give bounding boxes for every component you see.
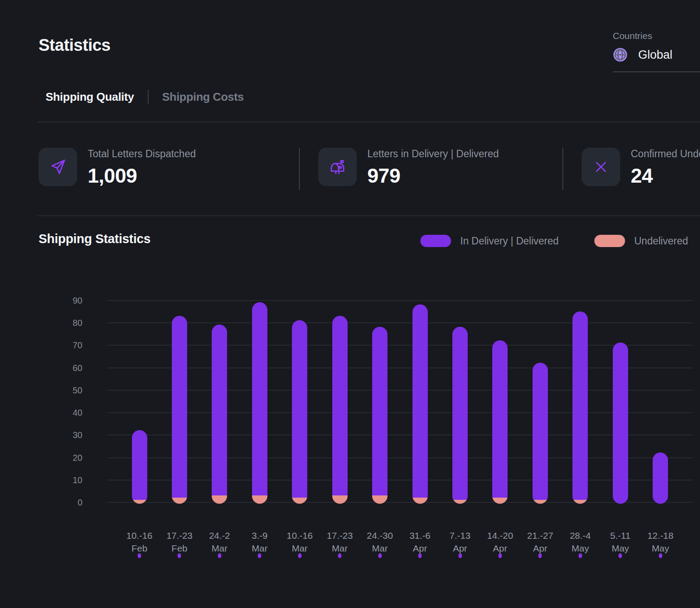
x-axis-label: 10.-16Mar xyxy=(280,529,320,555)
x-axis-label: 7.-13Apr xyxy=(440,529,480,555)
week-dot xyxy=(498,553,502,558)
week-dot xyxy=(618,553,622,558)
week-dot xyxy=(538,553,542,558)
bar-delivered-segment xyxy=(492,340,508,498)
bar-delivered-segment xyxy=(613,343,628,504)
y-axis-tick-label: 0 xyxy=(39,497,82,508)
y-axis-tick-label: 10 xyxy=(39,475,82,485)
x-axis-label: 17.-23Mar xyxy=(320,529,360,555)
x-axis-label: 3.-9Mar xyxy=(239,529,280,555)
bar-10.-16-Mar[interactable] xyxy=(292,320,307,504)
gridline xyxy=(107,435,693,435)
legend-label: In Delivery | Delivered xyxy=(460,235,559,247)
stat-label: Total Letters Dispatched xyxy=(88,148,196,160)
bar-10.-16-Feb[interactable] xyxy=(132,430,147,504)
bar-delivered-segment xyxy=(212,325,227,495)
globe-icon xyxy=(613,47,628,62)
bar-12.-18-May[interactable] xyxy=(653,452,668,504)
legend-swatch-delivered xyxy=(420,235,451,247)
bar-7.-13-Apr[interactable] xyxy=(452,327,468,504)
x-axis-label: 21.-27Apr xyxy=(520,529,560,555)
x-axis-label: 17.-23Feb xyxy=(159,529,199,555)
bar-5.-11-May[interactable] xyxy=(613,343,628,504)
tab-shipping-quality[interactable]: Shipping Quality xyxy=(46,90,134,104)
bar-31.-6-Apr[interactable] xyxy=(412,304,428,504)
week-dot xyxy=(418,553,422,558)
gridline xyxy=(107,300,693,301)
legend-item-undelivered[interactable]: Undelivered xyxy=(594,235,688,247)
stat-value: 1,009 xyxy=(88,164,196,187)
tab-separator xyxy=(148,90,149,104)
x-axis-label: 24.-2Mar xyxy=(199,529,240,555)
card-separator xyxy=(299,148,300,190)
page-title: Statistics xyxy=(39,36,110,55)
x-axis-label: 24.-30Mar xyxy=(360,529,400,555)
y-axis-tick-label: 60 xyxy=(39,363,82,373)
shipping-statistics-chart: 010203040506070809010.-16Feb17.-23Feb24.… xyxy=(0,280,700,587)
countries-underline xyxy=(613,71,700,72)
gridline xyxy=(107,368,693,368)
tab-bar: Shipping Quality Shipping Costs xyxy=(46,90,244,104)
legend-swatch-undelivered xyxy=(594,235,625,247)
bar-24.-30-Mar[interactable] xyxy=(372,327,387,504)
y-axis-tick-label: 80 xyxy=(39,318,82,328)
bar-delivered-segment xyxy=(132,430,147,500)
x-axis-label: 31.-6Apr xyxy=(400,529,440,555)
card-separator xyxy=(562,148,563,190)
countries-value: Global xyxy=(638,48,672,62)
y-axis-tick-label: 40 xyxy=(39,407,82,418)
bar-17.-23-Mar[interactable] xyxy=(332,316,348,504)
statistics-page: Statistics Countries Global Shipping Qua… xyxy=(0,0,700,608)
bar-28.-4-May[interactable] xyxy=(572,311,588,504)
x-axis-label: 5.-11May xyxy=(600,529,640,555)
bar-24.-2-Mar[interactable] xyxy=(212,325,227,504)
stat-label: Letters in Delivery | Delivered xyxy=(367,148,499,160)
week-dot xyxy=(458,553,462,558)
stat-card-in-delivery: Letters in Delivery | Delivered 979 xyxy=(318,148,499,187)
gridline xyxy=(107,412,693,413)
x-axis-label: 28.-4May xyxy=(560,529,601,555)
x-icon xyxy=(582,148,620,186)
bar-delivered-segment xyxy=(332,316,348,495)
week-dot xyxy=(338,553,341,558)
bar-delivered-segment xyxy=(252,302,267,495)
bar-17.-23-Feb[interactable] xyxy=(172,316,187,504)
bar-undelivered-segment xyxy=(132,500,147,504)
countries-label: Countries xyxy=(613,31,700,41)
bar-delivered-segment xyxy=(452,327,468,499)
x-axis-label: 14.-20Apr xyxy=(480,529,520,555)
gridline xyxy=(107,390,693,391)
y-axis-tick-label: 20 xyxy=(39,452,82,463)
mailbox-icon xyxy=(318,148,357,186)
x-axis-label: 12.-18May xyxy=(640,529,681,555)
chart-section-title: Shipping Statistics xyxy=(39,232,150,246)
legend-label: Undelivered xyxy=(634,235,688,247)
tab-shipping-costs[interactable]: Shipping Costs xyxy=(162,90,244,104)
gridline xyxy=(107,345,693,346)
gridline xyxy=(107,322,693,323)
bar-delivered-segment xyxy=(372,327,387,495)
week-dot xyxy=(298,553,302,558)
countries-select[interactable]: Countries Global xyxy=(613,31,700,63)
week-dot xyxy=(378,553,382,558)
bar-21.-27-Apr[interactable] xyxy=(533,363,548,504)
stat-card-dispatched: Total Letters Dispatched 1,009 xyxy=(39,148,196,187)
gridline xyxy=(107,457,693,458)
bar-delivered-segment xyxy=(572,311,588,500)
week-dot xyxy=(258,553,261,558)
stat-value: 24 xyxy=(631,164,700,187)
y-axis-tick-label: 30 xyxy=(39,430,82,440)
bar-delivered-segment xyxy=(533,363,548,499)
week-dot xyxy=(218,553,221,558)
bar-delivered-segment xyxy=(292,320,307,498)
stat-value: 979 xyxy=(367,164,499,187)
divider-below-tabs xyxy=(38,122,700,122)
bar-3.-9-Mar[interactable] xyxy=(252,302,267,504)
y-axis-tick-label: 90 xyxy=(39,295,82,306)
bar-delivered-segment xyxy=(653,452,668,504)
y-axis-tick-label: 70 xyxy=(39,340,82,350)
week-dot xyxy=(178,553,181,558)
bar-14.-20-Apr[interactable] xyxy=(492,340,508,504)
send-icon xyxy=(39,148,77,186)
legend-item-delivered[interactable]: In Delivery | Delivered xyxy=(420,235,559,247)
